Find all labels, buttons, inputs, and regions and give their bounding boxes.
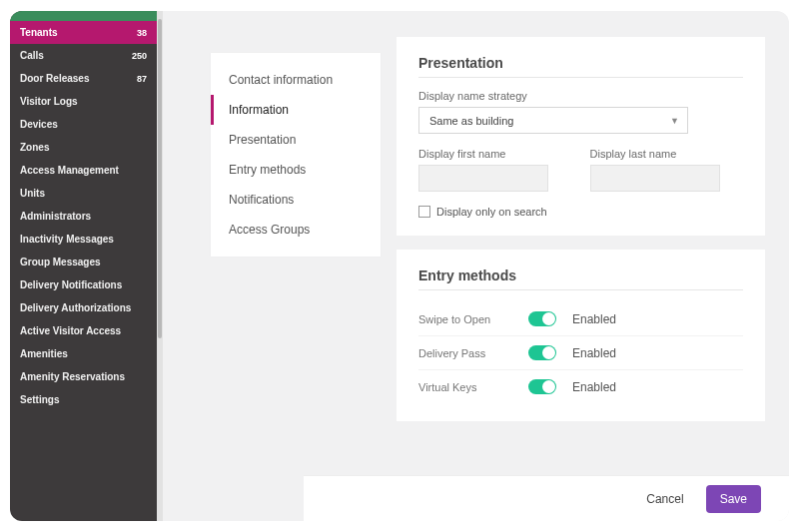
panel-title: Entry methods bbox=[418, 267, 743, 283]
sidebar-item-calls[interactable]: Calls 250 bbox=[10, 44, 157, 67]
toggle-knob bbox=[542, 346, 555, 359]
entry-method-row: Delivery Pass Enabled bbox=[418, 336, 743, 370]
sidebar-item-tenants[interactable]: Tenants 38 bbox=[10, 21, 157, 44]
scrollbar[interactable] bbox=[157, 11, 163, 521]
entry-methods-panel: Entry methods Swipe to Open Enabled Deli… bbox=[397, 250, 765, 421]
sidebar-item-label: Delivery Authorizations bbox=[20, 302, 131, 313]
sidebar-item-label: Amenity Reservations bbox=[20, 371, 125, 382]
sidebar-item-inactivity-messages[interactable]: Inactivity Messages bbox=[10, 228, 157, 251]
sidebar-item-administrators[interactable]: Administrators bbox=[10, 205, 157, 228]
sidebar-item-label: Settings bbox=[20, 394, 59, 405]
save-button[interactable]: Save bbox=[706, 485, 761, 513]
select-value: Same as building bbox=[429, 115, 513, 127]
subnav-item-label: Access Groups bbox=[229, 223, 310, 237]
sidebar-header-bar bbox=[10, 11, 157, 21]
display-first-input[interactable] bbox=[418, 165, 548, 192]
cancel-button[interactable]: Cancel bbox=[640, 491, 689, 507]
sidebar-item-badge: 38 bbox=[137, 28, 147, 38]
subnav-item-entry-methods[interactable]: Entry methods bbox=[211, 155, 381, 185]
divider bbox=[418, 77, 743, 78]
sidebar-item-access-management[interactable]: Access Management bbox=[10, 159, 157, 182]
sidebar-item-badge: 87 bbox=[137, 74, 147, 84]
entry-method-toggle[interactable] bbox=[528, 311, 556, 326]
subnav-item-presentation[interactable]: Presentation bbox=[211, 125, 381, 155]
chevron-down-icon: ▼ bbox=[670, 116, 679, 126]
sidebar-item-label: Delivery Notifications bbox=[20, 279, 122, 290]
display-only-on-search-label: Display only on search bbox=[436, 206, 547, 218]
sidebar-item-label: Zones bbox=[20, 142, 49, 153]
subnav-item-notifications[interactable]: Notifications bbox=[211, 185, 381, 215]
entry-method-toggle[interactable] bbox=[528, 345, 556, 360]
subnav-item-label: Information bbox=[229, 103, 289, 117]
sidebar-item-label: Door Releases bbox=[20, 73, 89, 84]
entry-method-name: Virtual Keys bbox=[418, 381, 528, 393]
subnav-item-information[interactable]: Information bbox=[211, 95, 381, 125]
sidebar-item-visitor-logs[interactable]: Visitor Logs bbox=[10, 90, 157, 113]
entry-method-row: Swipe to Open Enabled bbox=[418, 302, 743, 336]
toggle-knob bbox=[542, 380, 555, 393]
entry-method-status: Enabled bbox=[572, 346, 616, 360]
sidebar-item-label: Administrators bbox=[20, 211, 91, 222]
subnav-item-access-groups[interactable]: Access Groups bbox=[211, 215, 381, 245]
sidebar-item-devices[interactable]: Devices bbox=[10, 113, 157, 136]
panel-title: Presentation bbox=[418, 55, 743, 71]
sidebar-item-amenities[interactable]: Amenities bbox=[10, 342, 157, 365]
sidebar-item-label: Calls bbox=[20, 50, 44, 61]
sidebar: Tenants 38 Calls 250 Door Releases 87 Vi… bbox=[10, 11, 157, 521]
entry-method-toggle[interactable] bbox=[528, 379, 556, 394]
sidebar-item-label: Access Management bbox=[20, 165, 119, 176]
entry-method-status: Enabled bbox=[572, 312, 616, 326]
display-last-label: Display last name bbox=[590, 148, 744, 160]
sidebar-item-label: Amenities bbox=[20, 348, 68, 359]
sidebar-item-label: Inactivity Messages bbox=[20, 234, 114, 245]
subnav-item-label: Presentation bbox=[229, 133, 296, 147]
sidebar-item-zones[interactable]: Zones bbox=[10, 136, 157, 159]
entry-method-row: Virtual Keys Enabled bbox=[418, 370, 743, 403]
display-only-on-search-checkbox[interactable] bbox=[418, 206, 430, 218]
main-content: Contact information Information Presenta… bbox=[157, 11, 789, 521]
sidebar-item-label: Units bbox=[20, 188, 45, 199]
scrollbar-thumb[interactable] bbox=[158, 19, 162, 338]
sidebar-item-door-releases[interactable]: Door Releases 87 bbox=[10, 67, 157, 90]
sidebar-item-label: Tenants bbox=[20, 27, 58, 38]
subnav-item-label: Notifications bbox=[229, 193, 294, 207]
sidebar-item-active-visitor-access[interactable]: Active Visitor Access bbox=[10, 319, 157, 342]
entry-method-name: Swipe to Open bbox=[418, 313, 528, 325]
sidebar-item-amenity-reservations[interactable]: Amenity Reservations bbox=[10, 365, 157, 388]
sidebar-item-label: Visitor Logs bbox=[20, 96, 78, 107]
entry-method-status: Enabled bbox=[572, 380, 616, 394]
footer: Cancel Save bbox=[304, 475, 789, 521]
display-last-input[interactable] bbox=[590, 165, 720, 192]
sidebar-item-settings[interactable]: Settings bbox=[10, 388, 157, 411]
sidebar-item-label: Group Messages bbox=[20, 257, 101, 267]
subnav-item-label: Contact information bbox=[229, 73, 333, 87]
sidebar-item-delivery-authorizations[interactable]: Delivery Authorizations bbox=[10, 296, 157, 319]
presentation-panel: Presentation Display name strategy Same … bbox=[397, 37, 765, 236]
display-first-label: Display first name bbox=[418, 148, 572, 160]
entry-method-name: Delivery Pass bbox=[418, 347, 528, 359]
divider bbox=[418, 289, 743, 290]
sidebar-item-label: Devices bbox=[20, 119, 58, 130]
sidebar-item-label: Active Visitor Access bbox=[20, 325, 121, 336]
sidebar-item-group-messages[interactable]: Group Messages bbox=[10, 251, 157, 273]
sidebar-item-badge: 250 bbox=[132, 51, 147, 61]
display-strategy-label: Display name strategy bbox=[418, 90, 743, 102]
sidebar-item-delivery-notifications[interactable]: Delivery Notifications bbox=[10, 273, 157, 296]
subnav-item-contact-information[interactable]: Contact information bbox=[211, 65, 381, 95]
display-strategy-select[interactable]: Same as building ▼ bbox=[418, 107, 688, 134]
sidebar-item-units[interactable]: Units bbox=[10, 182, 157, 205]
subnav-item-label: Entry methods bbox=[229, 163, 306, 177]
toggle-knob bbox=[542, 312, 555, 325]
subnav: Contact information Information Presenta… bbox=[211, 53, 381, 257]
